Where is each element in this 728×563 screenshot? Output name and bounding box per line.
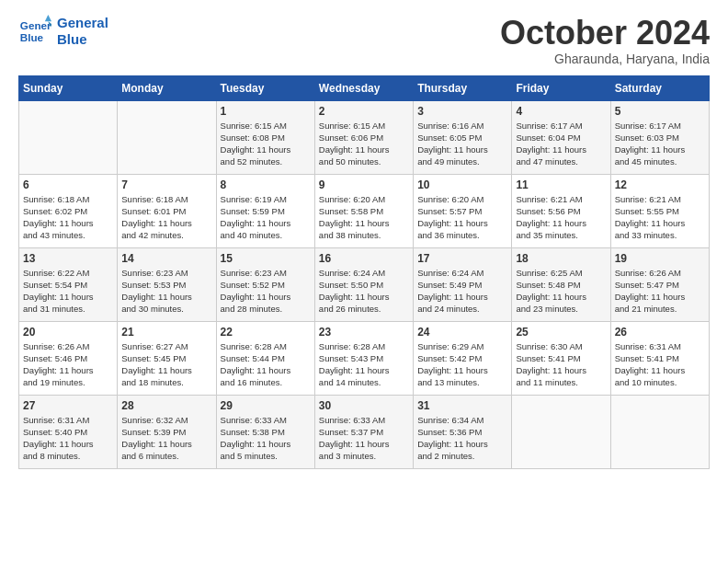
day-info: Sunrise: 6:20 AM Sunset: 5:57 PM Dayligh…: [417, 193, 507, 242]
day-number: 21: [121, 326, 211, 339]
day-info: Sunrise: 6:24 AM Sunset: 5:50 PM Dayligh…: [319, 267, 409, 316]
day-info: Sunrise: 6:31 AM Sunset: 5:40 PM Dayligh…: [23, 414, 113, 463]
day-cell: 6Sunrise: 6:18 AM Sunset: 6:02 PM Daylig…: [19, 174, 118, 247]
logo-text-line1: General: [57, 15, 108, 31]
day-number: 14: [121, 252, 211, 265]
day-number: 25: [516, 326, 606, 339]
day-cell: 2Sunrise: 6:15 AM Sunset: 6:06 PM Daylig…: [314, 100, 413, 174]
day-number: 7: [121, 178, 211, 191]
page-header: General Blue General Blue October 2024 G…: [18, 15, 710, 66]
header-sunday: Sunday: [19, 75, 118, 100]
day-cell: 11Sunrise: 6:21 AM Sunset: 5:56 PM Dayli…: [512, 174, 610, 247]
day-info: Sunrise: 6:23 AM Sunset: 5:53 PM Dayligh…: [121, 267, 211, 316]
day-cell: [512, 395, 610, 468]
day-info: Sunrise: 6:21 AM Sunset: 5:56 PM Dayligh…: [516, 193, 606, 242]
day-cell: 16Sunrise: 6:24 AM Sunset: 5:50 PM Dayli…: [314, 247, 413, 321]
logo-icon: General Blue: [18, 15, 51, 48]
week-row-1: 1Sunrise: 6:15 AM Sunset: 6:08 PM Daylig…: [19, 100, 710, 174]
day-cell: 28Sunrise: 6:32 AM Sunset: 5:39 PM Dayli…: [118, 395, 216, 468]
day-cell: 1Sunrise: 6:15 AM Sunset: 6:08 PM Daylig…: [216, 100, 314, 174]
day-cell: 10Sunrise: 6:20 AM Sunset: 5:57 PM Dayli…: [414, 174, 512, 247]
day-cell: 4Sunrise: 6:17 AM Sunset: 6:04 PM Daylig…: [512, 100, 610, 174]
day-cell: 15Sunrise: 6:23 AM Sunset: 5:52 PM Dayli…: [216, 247, 314, 321]
day-info: Sunrise: 6:25 AM Sunset: 5:48 PM Dayligh…: [516, 267, 606, 316]
header-tuesday: Tuesday: [216, 75, 314, 100]
day-number: 20: [23, 326, 113, 339]
day-cell: 30Sunrise: 6:33 AM Sunset: 5:37 PM Dayli…: [314, 395, 413, 468]
calendar-body: 1Sunrise: 6:15 AM Sunset: 6:08 PM Daylig…: [19, 100, 710, 468]
day-info: Sunrise: 6:27 AM Sunset: 5:45 PM Dayligh…: [121, 340, 211, 389]
day-cell: 25Sunrise: 6:30 AM Sunset: 5:41 PM Dayli…: [512, 321, 610, 395]
day-cell: 23Sunrise: 6:28 AM Sunset: 5:43 PM Dayli…: [314, 321, 413, 395]
logo-text-line2: Blue: [57, 31, 108, 48]
day-info: Sunrise: 6:34 AM Sunset: 5:36 PM Dayligh…: [417, 414, 507, 463]
calendar-subtitle: Gharaunda, Haryana, India: [500, 52, 710, 66]
day-number: 31: [417, 399, 507, 412]
day-number: 4: [516, 105, 606, 118]
day-info: Sunrise: 6:31 AM Sunset: 5:41 PM Dayligh…: [615, 340, 705, 389]
day-info: Sunrise: 6:21 AM Sunset: 5:55 PM Dayligh…: [615, 193, 705, 242]
header-thursday: Thursday: [414, 75, 512, 100]
day-cell: 12Sunrise: 6:21 AM Sunset: 5:55 PM Dayli…: [610, 174, 709, 247]
day-number: 24: [417, 326, 507, 339]
title-block: October 2024 Gharaunda, Haryana, India: [500, 15, 710, 66]
day-info: Sunrise: 6:28 AM Sunset: 5:44 PM Dayligh…: [221, 340, 311, 389]
day-cell: 14Sunrise: 6:23 AM Sunset: 5:53 PM Dayli…: [118, 247, 216, 321]
day-number: 15: [221, 252, 311, 265]
logo: General Blue General Blue: [18, 15, 108, 48]
day-number: 3: [417, 105, 507, 118]
day-cell: 9Sunrise: 6:20 AM Sunset: 5:58 PM Daylig…: [314, 174, 413, 247]
day-cell: 7Sunrise: 6:18 AM Sunset: 6:01 PM Daylig…: [118, 174, 216, 247]
day-cell: 29Sunrise: 6:33 AM Sunset: 5:38 PM Dayli…: [216, 395, 314, 468]
day-number: 6: [23, 178, 113, 191]
day-info: Sunrise: 6:20 AM Sunset: 5:58 PM Dayligh…: [319, 193, 409, 242]
header-friday: Friday: [512, 75, 610, 100]
day-number: 8: [221, 178, 311, 191]
week-row-5: 27Sunrise: 6:31 AM Sunset: 5:40 PM Dayli…: [19, 395, 710, 468]
day-cell: 20Sunrise: 6:26 AM Sunset: 5:46 PM Dayli…: [19, 321, 118, 395]
calendar-header: Sunday Monday Tuesday Wednesday Thursday…: [19, 75, 710, 100]
day-info: Sunrise: 6:15 AM Sunset: 6:08 PM Dayligh…: [221, 120, 311, 168]
header-row: Sunday Monday Tuesday Wednesday Thursday…: [19, 75, 710, 100]
svg-marker-2: [45, 15, 51, 21]
day-info: Sunrise: 6:22 AM Sunset: 5:54 PM Dayligh…: [23, 267, 113, 316]
day-cell: 22Sunrise: 6:28 AM Sunset: 5:44 PM Dayli…: [216, 321, 314, 395]
day-number: 29: [221, 399, 311, 412]
day-info: Sunrise: 6:30 AM Sunset: 5:41 PM Dayligh…: [516, 340, 606, 389]
day-cell: 18Sunrise: 6:25 AM Sunset: 5:48 PM Dayli…: [512, 247, 610, 321]
day-number: 11: [516, 178, 606, 191]
day-info: Sunrise: 6:26 AM Sunset: 5:47 PM Dayligh…: [615, 267, 705, 316]
header-monday: Monday: [118, 75, 216, 100]
day-number: 28: [121, 399, 211, 412]
day-cell: [610, 395, 709, 468]
day-number: 12: [615, 178, 705, 191]
day-number: 18: [516, 252, 606, 265]
day-cell: [118, 100, 216, 174]
calendar-title: October 2024: [500, 15, 710, 52]
day-info: Sunrise: 6:28 AM Sunset: 5:43 PM Dayligh…: [319, 340, 409, 389]
day-number: 19: [615, 252, 705, 265]
day-info: Sunrise: 6:24 AM Sunset: 5:49 PM Dayligh…: [417, 267, 507, 316]
week-row-4: 20Sunrise: 6:26 AM Sunset: 5:46 PM Dayli…: [19, 321, 710, 395]
day-info: Sunrise: 6:19 AM Sunset: 5:59 PM Dayligh…: [221, 193, 311, 242]
day-info: Sunrise: 6:23 AM Sunset: 5:52 PM Dayligh…: [221, 267, 311, 316]
day-cell: 24Sunrise: 6:29 AM Sunset: 5:42 PM Dayli…: [414, 321, 512, 395]
day-cell: 26Sunrise: 6:31 AM Sunset: 5:41 PM Dayli…: [610, 321, 709, 395]
day-cell: 27Sunrise: 6:31 AM Sunset: 5:40 PM Dayli…: [19, 395, 118, 468]
day-info: Sunrise: 6:18 AM Sunset: 6:01 PM Dayligh…: [121, 193, 211, 242]
day-info: Sunrise: 6:33 AM Sunset: 5:38 PM Dayligh…: [221, 414, 311, 463]
day-number: 16: [319, 252, 409, 265]
day-number: 10: [417, 178, 507, 191]
day-info: Sunrise: 6:16 AM Sunset: 6:05 PM Dayligh…: [417, 120, 507, 168]
day-cell: 5Sunrise: 6:17 AM Sunset: 6:03 PM Daylig…: [610, 100, 709, 174]
day-info: Sunrise: 6:17 AM Sunset: 6:04 PM Dayligh…: [516, 120, 606, 168]
day-info: Sunrise: 6:32 AM Sunset: 5:39 PM Dayligh…: [121, 414, 211, 463]
week-row-3: 13Sunrise: 6:22 AM Sunset: 5:54 PM Dayli…: [19, 247, 710, 321]
day-cell: 13Sunrise: 6:22 AM Sunset: 5:54 PM Dayli…: [19, 247, 118, 321]
day-info: Sunrise: 6:26 AM Sunset: 5:46 PM Dayligh…: [23, 340, 113, 389]
day-cell: 17Sunrise: 6:24 AM Sunset: 5:49 PM Dayli…: [414, 247, 512, 321]
day-number: 23: [319, 326, 409, 339]
day-cell: 19Sunrise: 6:26 AM Sunset: 5:47 PM Dayli…: [610, 247, 709, 321]
day-number: 30: [319, 399, 409, 412]
day-info: Sunrise: 6:17 AM Sunset: 6:03 PM Dayligh…: [615, 120, 705, 168]
